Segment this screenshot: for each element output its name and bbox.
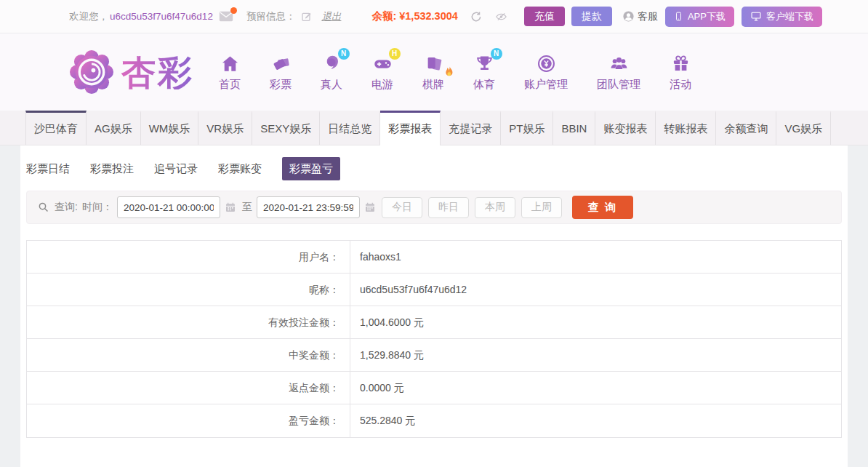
topbar: 欢迎您，u6cd5u53f7u6f47u6d12 预留信息： 退出 余额:¥1,… <box>0 0 868 33</box>
cards-icon <box>424 54 443 73</box>
row-label: 有效投注金额： <box>27 306 350 338</box>
subtab[interactable]: 彩票投注 <box>90 157 134 180</box>
hide-balance-icon[interactable] <box>494 11 508 23</box>
tab[interactable]: VR娱乐 <box>198 111 252 145</box>
quick-range-button[interactable]: 今日 <box>382 197 422 218</box>
hot-badge: H <box>389 48 401 60</box>
table-row: 中奖金额： 1,529.8840 元 <box>27 339 841 372</box>
service-avatar-icon <box>622 10 635 23</box>
tab[interactable]: 彩票报表 <box>380 111 441 145</box>
customer-service-link[interactable]: 客服 <box>622 10 658 23</box>
calendar-icon[interactable] <box>364 201 376 213</box>
edit-icon[interactable] <box>301 11 313 23</box>
ticket-icon <box>271 54 291 73</box>
start-time-input[interactable] <box>117 196 220 218</box>
refresh-balance-icon[interactable] <box>470 10 483 23</box>
nav-item[interactable]: 彩票 <box>255 53 306 92</box>
calendar-icon[interactable] <box>225 201 236 213</box>
tab[interactable]: 账变报表 <box>595 111 656 145</box>
quick-range-button[interactable]: 上周 <box>521 197 562 218</box>
nav-label: 账户管理 <box>524 78 568 92</box>
tab[interactable]: 日结总览 <box>320 111 380 145</box>
report-tabs: 沙巴体育AG娱乐WM娱乐VR娱乐SEXY娱乐日结总览彩票报表充提记录PT娱乐BB… <box>25 111 843 145</box>
subtab[interactable]: 彩票账变 <box>218 157 262 180</box>
tab[interactable]: 转账报表 <box>656 111 716 145</box>
site-header: 杏彩 首页 彩票 N 真人 H 电游 棋牌 N <box>0 33 868 111</box>
tab[interactable]: AG娱乐 <box>87 111 141 145</box>
tab[interactable]: PT娱乐 <box>501 111 553 145</box>
tab[interactable]: 充提记录 <box>441 111 501 145</box>
nav-label: 彩票 <box>270 78 292 92</box>
brand-logo[interactable]: 杏彩 <box>69 49 194 95</box>
nav-item[interactable]: N 真人 <box>306 53 357 92</box>
main-content: 彩票日结彩票投注追号记录彩票账变彩票盈亏 查询: 时间： 至 今日昨日本周上周 … <box>20 145 848 467</box>
quick-range-button[interactable]: 昨日 <box>428 197 469 218</box>
nav-label: 活动 <box>670 78 691 92</box>
gift-icon <box>671 54 691 73</box>
app-download-button[interactable]: APP下载 <box>665 7 734 27</box>
row-value: u6cd5u53f7u6f47u6d12 <box>350 274 841 306</box>
nav-label: 首页 <box>219 78 241 92</box>
row-label: 盈亏金额： <box>27 404 350 437</box>
mail-icon[interactable] <box>219 10 233 23</box>
fire-icon <box>443 65 457 79</box>
to-label: 至 <box>242 201 252 214</box>
tab[interactable]: BBIN <box>553 111 595 145</box>
tab[interactable]: WM娱乐 <box>141 111 199 145</box>
balance: 余额:¥1,532.3004 <box>371 9 457 23</box>
phone-icon <box>674 10 683 23</box>
row-value: fahaoxs1 <box>350 241 841 273</box>
nav-label: 电游 <box>371 78 393 92</box>
nav-label: 团队管理 <box>597 78 640 92</box>
quick-ranges: 今日昨日本周上周 <box>382 197 568 218</box>
nav-label: 真人 <box>321 78 342 92</box>
search-button[interactable]: 查 询 <box>572 196 633 219</box>
nav-item[interactable]: 账户管理 <box>510 53 582 92</box>
nav-item[interactable]: 首页 <box>204 53 255 92</box>
logo-flower-icon <box>69 49 114 95</box>
tab[interactable]: 沙巴体育 <box>25 111 87 145</box>
row-label: 返点金额： <box>27 372 350 404</box>
subtab[interactable]: 彩票日结 <box>26 157 70 180</box>
home-icon <box>220 54 240 73</box>
nav-item[interactable]: 活动 <box>655 53 706 92</box>
nav-item[interactable]: 棋牌 <box>408 53 459 92</box>
end-time-input[interactable] <box>257 196 360 218</box>
nav-label: 体育 <box>473 78 495 92</box>
table-row: 用户名： fahaoxs1 <box>27 241 841 274</box>
table-row: 盈亏金额： 525.2840 元 <box>27 404 841 437</box>
row-label: 用户名： <box>27 241 350 273</box>
report-tabstrip: 沙巴体育AG娱乐WM娱乐VR娱乐SEXY娱乐日结总览彩票报表充提记录PT娱乐BB… <box>0 111 868 145</box>
tab[interactable]: VG娱乐 <box>776 111 831 145</box>
monitor-icon <box>750 11 762 22</box>
new-badge: N <box>491 48 502 60</box>
service-label: 客服 <box>638 10 658 23</box>
table-row: 有效投注金额： 1,004.6000 元 <box>27 306 841 339</box>
time-label: 时间： <box>82 201 113 214</box>
row-value: 1,004.6000 元 <box>350 306 841 338</box>
report-table: 用户名： fahaoxs1 昵称： u6cd5u53f7u6f47u6d12 有… <box>26 240 842 438</box>
nav-label: 棋牌 <box>422 78 444 92</box>
withdraw-button[interactable]: 提款 <box>571 7 612 26</box>
welcome-text: 欢迎您， <box>69 10 108 23</box>
username: u6cd5u53f7u6f47u6d12 <box>110 11 213 22</box>
tab[interactable]: SEXY娱乐 <box>252 111 320 145</box>
logout-link[interactable]: 退出 <box>321 10 341 23</box>
nav-item[interactable]: 团队管理 <box>582 53 655 92</box>
nav-item[interactable]: N 体育 <box>459 53 510 92</box>
new-badge: N <box>338 48 350 60</box>
account-coin-icon <box>537 54 556 73</box>
reserved-info-label: 预留信息： <box>246 10 296 23</box>
client-download-button[interactable]: 客户端下载 <box>742 7 822 27</box>
brand-name: 杏彩 <box>121 55 194 89</box>
subtab[interactable]: 追号记录 <box>154 157 198 180</box>
recharge-button[interactable]: 充值 <box>524 7 565 26</box>
tab[interactable]: 余额查询 <box>716 111 776 145</box>
search-icon <box>37 201 50 214</box>
row-label: 中奖金额： <box>27 339 350 371</box>
nav-item[interactable]: H 电游 <box>357 53 408 92</box>
subtab[interactable]: 彩票盈亏 <box>282 157 340 180</box>
quick-range-button[interactable]: 本周 <box>475 197 515 218</box>
team-icon <box>609 54 629 73</box>
query-bar: 查询: 时间： 至 今日昨日本周上周 查 询 <box>26 191 842 224</box>
